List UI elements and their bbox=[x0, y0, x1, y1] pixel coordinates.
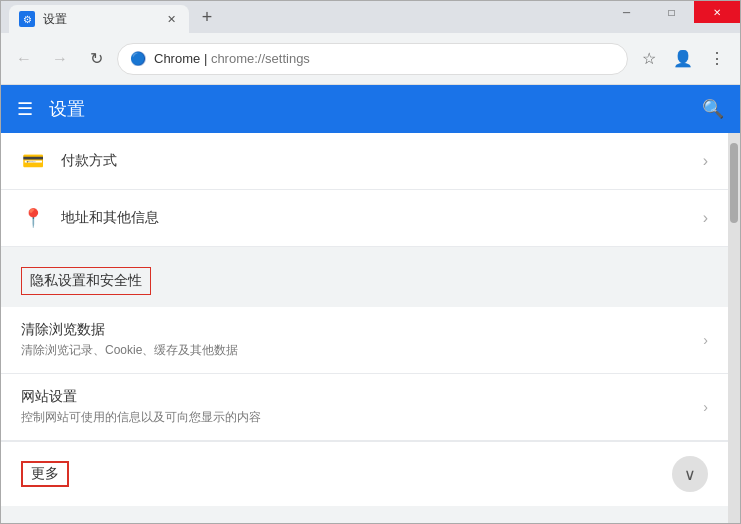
clear-browsing-arrow: › bbox=[703, 332, 708, 348]
minimize-button[interactable]: ─ bbox=[604, 1, 649, 23]
hamburger-icon[interactable]: ☰ bbox=[17, 98, 33, 120]
security-icon: 🔵 bbox=[130, 51, 146, 66]
address-icon: 📍 bbox=[21, 206, 45, 230]
address-title: 地址和其他信息 bbox=[61, 209, 703, 227]
omnibox[interactable]: 🔵 Chrome | chrome://settings bbox=[117, 43, 628, 75]
site-settings-arrow: › bbox=[703, 399, 708, 415]
payment-method-item[interactable]: 💳 付款方式 › bbox=[1, 133, 728, 190]
clear-browsing-desc: 清除浏览记录、Cookie、缓存及其他数据 bbox=[21, 342, 703, 359]
scrollbar-thumb[interactable] bbox=[730, 143, 738, 223]
clear-browsing-content: 清除浏览数据 清除浏览记录、Cookie、缓存及其他数据 bbox=[21, 321, 703, 359]
maximize-button[interactable]: □ bbox=[649, 1, 694, 23]
privacy-section-label: 隐私设置和安全性 bbox=[21, 267, 151, 295]
active-tab[interactable]: ⚙ 设置 ✕ bbox=[9, 5, 189, 33]
privacy-section-header: 隐私设置和安全性 bbox=[1, 255, 728, 307]
bookmark-button[interactable]: ☆ bbox=[634, 44, 664, 74]
main-content: 💳 付款方式 › 📍 地址和其他信息 › 隐私设置和安全性 bbox=[1, 133, 740, 523]
url-path: chrome://settings bbox=[211, 51, 310, 66]
payment-text: 付款方式 bbox=[61, 152, 703, 170]
appearance-section: 外观 bbox=[1, 518, 728, 523]
address-bar: ← → ↻ 🔵 Chrome | chrome://settings ☆ 👤 ⋮ bbox=[1, 33, 740, 85]
toolbar-actions: ☆ 👤 ⋮ bbox=[634, 44, 732, 74]
privacy-card: 清除浏览数据 清除浏览记录、Cookie、缓存及其他数据 › 网站设置 控制网站… bbox=[1, 307, 728, 506]
header-search-icon[interactable]: 🔍 bbox=[702, 98, 724, 120]
more-label: 更多 bbox=[21, 461, 69, 487]
url-text: Chrome | chrome://settings bbox=[154, 51, 310, 66]
gap-2 bbox=[1, 510, 728, 518]
window-controls: ─ □ ✕ bbox=[604, 1, 740, 23]
address-arrow: › bbox=[703, 209, 708, 227]
scrollbar[interactable] bbox=[728, 133, 740, 523]
page-title: 设置 bbox=[49, 97, 85, 121]
new-tab-button[interactable]: + bbox=[193, 3, 221, 31]
expand-button[interactable]: ∨ bbox=[672, 456, 708, 492]
address-item[interactable]: 📍 地址和其他信息 › bbox=[1, 190, 728, 247]
site-settings-desc: 控制网站可使用的信息以及可向您显示的内容 bbox=[21, 409, 703, 426]
app-header: ☰ 设置 🔍 bbox=[1, 85, 740, 133]
menu-button[interactable]: ⋮ bbox=[702, 44, 732, 74]
payment-title: 付款方式 bbox=[61, 152, 703, 170]
clear-browsing-item[interactable]: 清除浏览数据 清除浏览记录、Cookie、缓存及其他数据 › bbox=[1, 307, 728, 374]
address-text: 地址和其他信息 bbox=[61, 209, 703, 227]
payment-arrow: › bbox=[703, 152, 708, 170]
profile-button[interactable]: 👤 bbox=[668, 44, 698, 74]
url-separator: | bbox=[204, 51, 211, 66]
site-settings-content: 网站设置 控制网站可使用的信息以及可向您显示的内容 bbox=[21, 388, 703, 426]
window-close-button[interactable]: ✕ bbox=[694, 1, 740, 23]
tab-favicon: ⚙ bbox=[19, 11, 35, 27]
url-prefix: Chrome bbox=[154, 51, 200, 66]
content-area: 💳 付款方式 › 📍 地址和其他信息 › 隐私设置和安全性 bbox=[1, 133, 728, 523]
reload-button[interactable]: ↻ bbox=[81, 44, 111, 74]
site-settings-title: 网站设置 bbox=[21, 388, 703, 406]
tab-title: 设置 bbox=[43, 11, 67, 28]
clear-browsing-title: 清除浏览数据 bbox=[21, 321, 703, 339]
tab-strip: ⚙ 设置 ✕ + bbox=[1, 1, 221, 33]
payment-icon: 💳 bbox=[21, 149, 45, 173]
site-settings-item[interactable]: 网站设置 控制网站可使用的信息以及可向您显示的内容 › bbox=[1, 374, 728, 441]
title-bar: ⚙ 设置 ✕ + ─ □ ✕ bbox=[1, 1, 740, 33]
tab-close-button[interactable]: ✕ bbox=[163, 11, 179, 27]
forward-button[interactable]: → bbox=[45, 44, 75, 74]
gap-1 bbox=[1, 247, 728, 255]
more-label-container: 更多 bbox=[21, 461, 672, 487]
more-section[interactable]: 更多 ∨ bbox=[1, 441, 728, 506]
back-button[interactable]: ← bbox=[9, 44, 39, 74]
